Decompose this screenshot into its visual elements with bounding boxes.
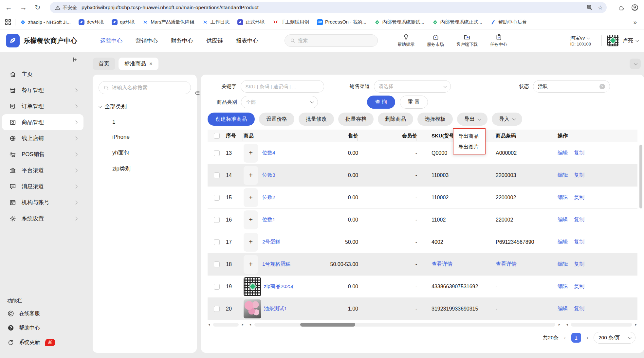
bookmark-star-icon[interactable]: ☆ <box>598 4 603 11</box>
category-root[interactable]: 全部类别 <box>99 103 191 110</box>
tab-home[interactable]: 首页 <box>93 58 115 70</box>
expand-plus-button[interactable]: + <box>244 188 258 207</box>
bookmark-worklog[interactable]: 工作日志 <box>202 19 230 25</box>
product-name-link[interactable]: 1号规格蛋糕 <box>262 261 290 268</box>
scroll-right-icon[interactable]: ► <box>241 323 244 326</box>
client-download-button[interactable]: 客户端下载 <box>456 34 478 47</box>
bookmark-processon[interactable]: On ProcessOn - 我的... <box>317 19 366 25</box>
row-checkbox[interactable] <box>214 306 220 312</box>
tab-standard-product[interactable]: 标准商品 × <box>119 58 158 70</box>
extensions-icon[interactable] <box>618 4 625 11</box>
create-product-button[interactable]: 创建标准商品 <box>208 113 255 126</box>
shop-switcher[interactable]: 淘宝vv ID: 100108 <box>570 35 591 46</box>
sidebar-item-home[interactable]: 主页 <box>2 66 83 82</box>
bookmark-dev[interactable]: dev环境 <box>79 19 104 25</box>
query-button[interactable]: 查 询 <box>367 96 395 109</box>
select-template-button[interactable]: 选择模板 <box>417 113 453 126</box>
help-tips-button[interactable]: 帮助提示 <box>397 34 414 47</box>
bookmark-qa[interactable]: qa环境 <box>112 19 135 25</box>
scroll-left-icon[interactable]: ◄ <box>565 323 568 326</box>
apps-grid-icon[interactable] <box>5 19 11 25</box>
bookmark-internal-prod[interactable]: 内部管理系统正式... <box>432 19 482 25</box>
copy-link[interactable]: 复制 <box>574 305 584 312</box>
panel-collapse-icon[interactable] <box>194 90 200 96</box>
product-name-link[interactable]: 位数4 <box>262 150 275 156</box>
prev-page-icon[interactable]: ‹ <box>564 334 566 341</box>
nav-finance[interactable]: 财务中心 <box>171 37 193 45</box>
sidebar-item-org-accounts[interactable]: 机构与账号 <box>2 194 83 210</box>
reload-icon[interactable]: ↻ <box>35 4 41 11</box>
set-price-button[interactable]: 设置价格 <box>259 113 294 126</box>
bookmark-internal-test[interactable]: 内部管理系统测试... <box>374 19 424 25</box>
vertical-scrollbar[interactable] <box>639 143 642 321</box>
category-search-input[interactable] <box>112 85 186 91</box>
scrollbar-thumb[interactable] <box>300 323 355 327</box>
category-search[interactable] <box>99 81 191 94</box>
product-photo-image[interactable] <box>244 299 261 318</box>
clear-icon[interactable]: × <box>599 84 605 89</box>
sidebar-item-platform[interactable]: 平台渠道 <box>2 162 83 178</box>
row-checkbox[interactable] <box>214 284 220 290</box>
copy-link[interactable]: 复制 <box>574 150 584 156</box>
import-button[interactable]: 导入 <box>492 113 522 126</box>
status-select[interactable]: 活跃 × <box>533 80 610 93</box>
browser-profile-icon[interactable] <box>631 4 639 11</box>
online-support-button[interactable]: 在线客服 <box>7 310 78 317</box>
product-name-link[interactable]: 油条测试1 <box>264 305 287 312</box>
scroll-left-icon[interactable]: ◄ <box>249 323 252 326</box>
current-page-button[interactable]: 1 <box>571 333 581 343</box>
vertical-scrollbar-thumb[interactable] <box>639 145 642 208</box>
expand-plus-button[interactable]: + <box>244 166 258 185</box>
copy-link[interactable]: 复制 <box>574 261 584 268</box>
user-menu[interactable]: 卢亮 <box>623 37 638 44</box>
scroll-right-icon[interactable]: ► <box>558 323 561 326</box>
expand-plus-button[interactable]: + <box>244 233 258 252</box>
bookmark-manual-test[interactable]: 手工测试用例 <box>272 19 309 25</box>
row-checkbox[interactable] <box>214 172 220 178</box>
keyword-input[interactable] <box>246 84 319 89</box>
address-bar[interactable]: 不安全 pybx0riwibrpnjuf0chp.tcsp-huawei.nhs… <box>50 2 607 13</box>
product-name-link[interactable]: 2号蛋糕 <box>262 239 280 245</box>
edit-link[interactable]: 编辑 <box>558 194 568 201</box>
category-item[interactable]: iPhone <box>99 134 191 140</box>
batch-archive-button[interactable]: 批量存档 <box>338 113 374 126</box>
system-update-button[interactable]: 系统更新 新 <box>7 339 78 346</box>
sidebar-item-restaurant[interactable]: 餐厅管理 <box>2 82 83 98</box>
security-chip[interactable]: 不安全 <box>55 5 82 11</box>
store-qr-avatar[interactable] <box>607 35 619 46</box>
batch-edit-button[interactable]: 批量修改 <box>299 113 334 126</box>
nav-supply[interactable]: 供应链 <box>206 37 223 45</box>
forward-icon[interactable]: → <box>20 4 27 11</box>
sidebar-item-online-store[interactable]: 线上店铺 <box>2 130 83 146</box>
sidebar-item-products[interactable]: 商品管理 <box>2 114 83 130</box>
sidebar-item-settings[interactable]: 系统设置 <box>2 210 83 226</box>
copy-link[interactable]: 复制 <box>574 283 584 290</box>
sidebar-item-orders[interactable]: 订单管理 <box>2 98 83 114</box>
channel-select[interactable]: 请选择 <box>374 80 451 93</box>
product-name-link[interactable]: 位数2 <box>262 194 275 201</box>
task-center-button[interactable]: 任务中心 <box>490 34 507 47</box>
edit-link[interactable]: 编辑 <box>558 239 568 245</box>
url-text[interactable]: pybx0riwibrpnjuf0chp.tcsp-huawei.nhsoft.… <box>82 5 581 10</box>
close-icon[interactable]: × <box>149 61 153 67</box>
scrollbar-left-track[interactable] <box>213 323 239 327</box>
help-center-button[interactable]: 帮助中心 <box>7 324 78 331</box>
copy-link[interactable]: 复制 <box>574 194 584 201</box>
edit-link[interactable]: 编辑 <box>558 216 568 223</box>
copy-link[interactable]: 复制 <box>574 172 584 179</box>
scroll-left-icon[interactable]: ◄ <box>208 323 211 326</box>
edit-link[interactable]: 编辑 <box>558 261 568 268</box>
product-category-select[interactable]: 全部 <box>241 96 318 108</box>
reset-button[interactable]: 重 置 <box>400 96 428 109</box>
row-checkbox[interactable] <box>214 195 220 201</box>
sidebar-item-pos[interactable]: POS销售 <box>2 146 83 162</box>
sku-detail-link[interactable]: 查看详情 <box>417 261 494 268</box>
service-market-button[interactable]: 服务市场 <box>427 34 444 47</box>
row-checkbox[interactable] <box>214 150 220 156</box>
product-name-link[interactable]: zlp商品2025( <box>264 283 293 290</box>
export-products-item[interactable]: 导出商品 <box>453 131 485 141</box>
copy-link[interactable]: 复制 <box>574 216 584 223</box>
translate-icon[interactable] <box>587 5 593 10</box>
scrollbar-right-track[interactable] <box>571 323 632 327</box>
nav-marketing[interactable]: 营销中心 <box>136 37 158 45</box>
